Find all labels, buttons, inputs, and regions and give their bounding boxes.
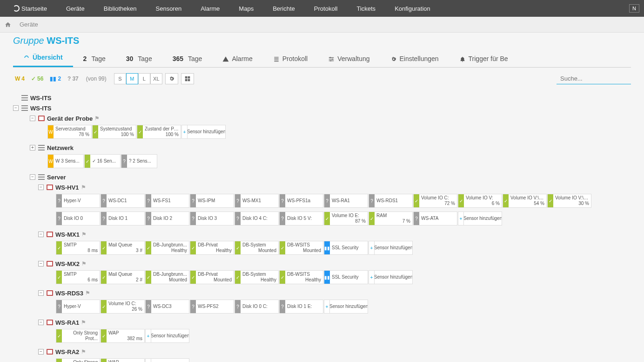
tab-tage[interactable]: 2Tage (73, 50, 116, 67)
add-sensor-button[interactable]: +Sensor hinzufügen (324, 300, 368, 314)
sensor-tile[interactable]: ✓DB-WSITSMounted (279, 241, 323, 255)
tab-alarme[interactable]: Alarme (212, 50, 262, 67)
nav-item[interactable]: Berichte (264, 0, 303, 17)
settings-gear-button[interactable] (165, 73, 178, 84)
sensor-tile[interactable]: ?WS-IPM (190, 194, 234, 208)
nav-item[interactable]: Geräte (58, 0, 93, 17)
nav-item[interactable]: Alarme (192, 0, 228, 17)
search-input[interactable] (557, 73, 631, 84)
add-sensor-button[interactable]: +Sensor hinzufügen (145, 329, 189, 343)
flag-icon[interactable]: ⚑ (81, 231, 87, 238)
nav-item[interactable]: Sensoren (148, 0, 190, 17)
sensor-tile[interactable]: ?Disk IO 1 (101, 212, 145, 225)
sensor-tile[interactable]: ?WS-RDS1 (369, 194, 413, 208)
flag-icon[interactable]: ⚑ (94, 115, 100, 122)
size-xl-button[interactable]: XL (150, 73, 162, 84)
nav-item[interactable]: Tickets (348, 0, 384, 17)
sensor-tile[interactable]: ✓WAP146 ms (101, 358, 145, 362)
sensor-tile[interactable]: ✓DB-SystemHealthy (235, 270, 279, 284)
sensor-tile[interactable]: ▮▮SSL Security (324, 270, 368, 284)
status-warn-count[interactable]: W 4 (13, 75, 27, 83)
nav-item[interactable]: Bibliotheken (95, 0, 145, 17)
tree-label[interactable]: WS-MX1 (55, 231, 80, 238)
sensor-tile[interactable]: ✓SMTP8 ms (56, 241, 100, 255)
sensor-tile[interactable]: ✓Volume IO V:6 % (458, 194, 502, 208)
sensor-tile[interactable]: ?Disk IO 2 (145, 212, 189, 225)
tree-toggle[interactable]: + (30, 145, 35, 150)
flag-icon[interactable]: ⚑ (81, 348, 86, 355)
sensor-tile[interactable]: ✓DB-Jungbrunn...Healthy (145, 241, 189, 255)
sensor-tile[interactable]: ?WS-DC1 (101, 194, 145, 208)
sensor-tile[interactable]: ✓DB-WSITSHealthy (279, 270, 323, 284)
flag-icon[interactable]: ⚑ (81, 319, 86, 326)
sensor-tile[interactable]: ✓DB-SystemMounted (235, 241, 279, 255)
status-ok-count[interactable]: ✓ 56 (29, 75, 45, 83)
tree-toggle[interactable]: − (38, 261, 44, 266)
add-sensor-button[interactable]: +Sensor hinzufügen (145, 358, 189, 362)
tree-toggle[interactable]: − (30, 174, 35, 180)
sensor-tile[interactable]: ?WS-FS1 (145, 194, 189, 208)
sensor-tile[interactable]: ✓Volume IO E:87 % (324, 212, 368, 225)
flag-icon[interactable]: ⚑ (81, 184, 86, 191)
sensor-tile[interactable]: ▮▮SSL Security (324, 241, 368, 255)
size-s-button[interactable]: S (114, 73, 126, 84)
add-sensor-button[interactable]: +Sensor hinzufügen (458, 212, 502, 225)
sensor-tile[interactable]: ✓RAM7 % (369, 212, 413, 225)
sensor-tile[interactable]: ?Disk IO 5 V: (279, 212, 323, 225)
sensor-tile[interactable]: ✓Mail Queue3 # (101, 241, 145, 255)
status-pause-count[interactable]: ▮▮ 2 (48, 75, 63, 83)
sensor-tile[interactable]: ?WS-RA1 (324, 194, 368, 208)
sensor-tile[interactable]: ?WS-MX1 (235, 194, 279, 208)
flag-icon[interactable]: ⚑ (85, 290, 90, 296)
size-m-button[interactable]: M (126, 73, 138, 84)
sensor-tile[interactable]: ?Disk IO 3 (190, 212, 234, 225)
sensor-tile[interactable]: ✓Volume IO C:72 % (413, 194, 457, 208)
tree-toggle[interactable]: − (13, 105, 19, 111)
sensor-tile[interactable]: ✓DB-PrivatHealthy (190, 241, 234, 255)
tree-toggle[interactable]: − (38, 349, 44, 355)
tree-label[interactable]: WS-ITS (30, 95, 52, 102)
sensor-tile[interactable]: ✓DB-PrivatMounted (190, 270, 234, 284)
sensor-tile[interactable]: ✓Systemzustand100 % (92, 125, 136, 139)
sensor-tile[interactable]: ✓Volume IO V:\S...30 % (547, 194, 591, 208)
tab-übersicht[interactable]: Übersicht (13, 49, 73, 67)
tree-label[interactable]: WS-HV1 (55, 184, 79, 191)
grid-view-button[interactable] (181, 73, 194, 84)
add-sensor-button[interactable]: +Sensor hinzufügen (369, 241, 413, 255)
add-sensor-button[interactable]: +Sensor hinzufügen (181, 125, 226, 139)
tab-einstellungen[interactable]: Einstellungen (380, 50, 449, 67)
nav-item[interactable]: Startseite (5, 0, 55, 17)
tab-tage[interactable]: 30Tage (116, 50, 162, 67)
tab-verwaltung[interactable]: Verwaltung (318, 50, 380, 67)
breadcrumb-item[interactable]: Geräte (16, 21, 42, 28)
sensor-tile[interactable]: ?WS-PFS2 (190, 300, 234, 314)
tab-trigger für be[interactable]: Trigger für Be (449, 50, 518, 67)
tree-toggle[interactable]: − (30, 116, 35, 121)
sensor-tile[interactable]: ✓SSL SecurityOnly Strong Prot... (56, 329, 100, 343)
tab-protokoll[interactable]: Protokoll (263, 50, 318, 67)
sensor-tile[interactable]: ✓Volume IO V:\S...54 % (503, 194, 547, 208)
sensor-tile[interactable]: ?WS-ATA (413, 212, 457, 225)
sensor-tile[interactable]: ?Disk IO 1 E: (279, 300, 323, 314)
sensor-tile[interactable]: ✓WAP382 ms (101, 329, 145, 343)
tab-tage[interactable]: 365Tage (162, 50, 213, 67)
tree-toggle[interactable]: − (38, 320, 44, 325)
sensor-tile[interactable]: ?Hyper-V (56, 194, 100, 208)
tree-label[interactable]: WS-ITS (30, 105, 52, 112)
add-sensor-button[interactable]: +Sensor hinzufügen (369, 270, 413, 284)
tree-toggle[interactable]: − (38, 232, 44, 237)
sensor-tile[interactable]: ?WS-DC3 (145, 300, 189, 314)
sensor-tile[interactable]: WServerzustand78 % (47, 125, 92, 139)
sensor-tile[interactable]: ✓Zustand der Pr...100 % (137, 125, 181, 139)
sensor-tile[interactable]: ?? 2 Sens... (121, 154, 157, 168)
tree-label[interactable]: Gerät der Probe (47, 115, 93, 122)
sensor-tile[interactable]: ?Disk IO 4 C: (235, 212, 279, 225)
nav-item[interactable]: Konfiguration (386, 0, 439, 17)
sensor-tile[interactable]: ✓✓ 16 Sen... (84, 154, 121, 168)
nav-item[interactable]: Protokoll (306, 0, 346, 17)
sensor-tile[interactable]: ?WS-PFS1a (279, 194, 323, 208)
tree-toggle[interactable]: − (38, 290, 44, 296)
tree-label[interactable]: Server (47, 174, 66, 181)
sensor-tile[interactable]: ✓Volume IO C:26 % (101, 300, 145, 314)
nav-item[interactable]: Maps (230, 0, 262, 17)
